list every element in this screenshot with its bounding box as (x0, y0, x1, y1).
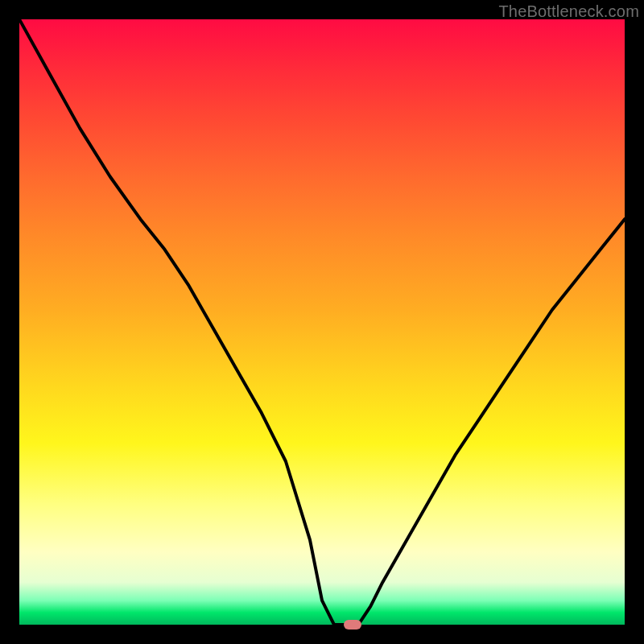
watermark-text: TheBottleneck.com (498, 2, 639, 21)
curve-path (19, 19, 625, 625)
plot-area (19, 19, 625, 625)
optimal-marker (344, 620, 361, 630)
chart-frame: TheBottleneck.com (0, 0, 644, 644)
bottleneck-curve (19, 19, 625, 625)
